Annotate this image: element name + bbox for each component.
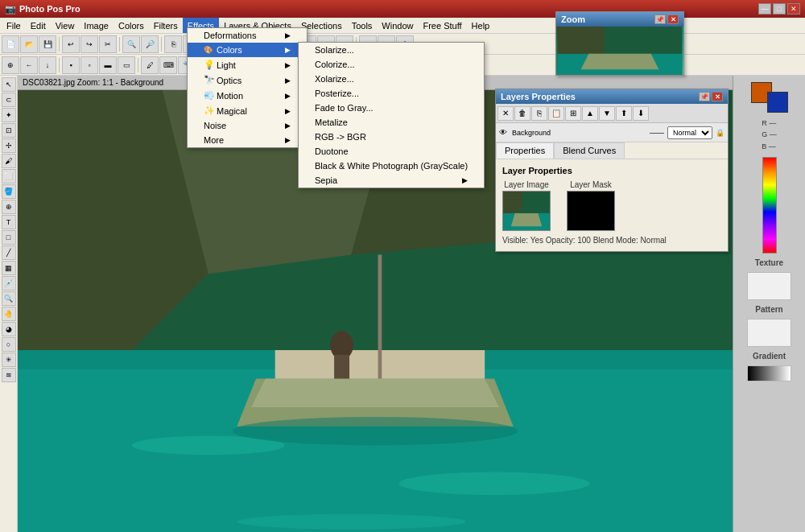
layers-delete[interactable]: 🗑 [514, 106, 530, 121]
zoom-pin[interactable]: 📌 [654, 14, 666, 24]
tool-wand[interactable]: ✦ [2, 108, 16, 122]
colors-xolarize[interactable]: Xolarize... [299, 72, 484, 86]
layers-add[interactable]: ✕ [497, 106, 514, 121]
layers-panel-title: Layers Properties 📌 ✕ [496, 89, 728, 104]
layer-image-thumb[interactable] [502, 191, 551, 231]
colors-sepia[interactable]: Sepia ▶ [299, 173, 484, 188]
layers-paste[interactable]: 📋 [548, 106, 564, 121]
app-icon: 📷 [5, 4, 16, 14]
menu-tools[interactable]: Tools [347, 18, 378, 33]
tool-shape[interactable]: □ [2, 230, 16, 245]
tb-cut[interactable]: ✂ [99, 35, 117, 53]
menu-window[interactable]: Window [377, 18, 418, 33]
pattern-box[interactable] [747, 319, 791, 347]
effects-colors[interactable]: 🎨 Colors ▶ [188, 43, 307, 57]
gradient-box[interactable] [747, 365, 791, 381]
colors-metalize[interactable]: Metalize [299, 115, 484, 130]
colors-bw-photo[interactable]: Black & White Photograph (GrayScale) [299, 159, 484, 173]
tool-crop[interactable]: ⊡ [2, 123, 16, 138]
menu-image[interactable]: Image [79, 18, 114, 33]
tool-lasso[interactable]: ⊂ [2, 93, 16, 107]
layer-mask-col: Layer Mask [567, 180, 615, 231]
tb2-b1[interactable]: ⊕ [2, 56, 19, 74]
tab-blend-curves[interactable]: Blend Curves [554, 142, 625, 159]
menu-freestuff[interactable]: Free Stuff [418, 18, 466, 33]
tb-save[interactable]: 💾 [39, 35, 56, 53]
effects-magical[interactable]: ✨ Magical ▶ [188, 103, 307, 118]
effects-optics[interactable]: 🔭 Optics ▶ [188, 72, 307, 88]
layers-up[interactable]: ▲ [582, 106, 598, 121]
tool-move[interactable]: ✢ [2, 138, 16, 153]
tb2-b8[interactable]: 🖊 [141, 56, 159, 74]
menu-edit[interactable]: Edit [26, 18, 51, 33]
tool-dodge[interactable]: ○ [2, 337, 16, 352]
tool-burn[interactable]: ◕ [2, 322, 16, 336]
tb-new[interactable]: 📄 [2, 35, 19, 53]
menu-file[interactable]: File [2, 18, 26, 33]
layers-bottom[interactable]: ⬇ [633, 106, 649, 121]
tb-undo[interactable]: ↩ [62, 35, 80, 53]
effects-motion[interactable]: 💨 Motion ▶ [188, 88, 307, 103]
layers-copy[interactable]: ⎘ [531, 106, 547, 121]
background-color[interactable] [767, 92, 788, 113]
layer-mask-thumb[interactable] [567, 191, 615, 231]
tool-stamp[interactable]: ⊕ [2, 200, 16, 214]
zoom-close[interactable]: ✕ [667, 14, 679, 24]
tool-select[interactable]: ↖ [2, 77, 16, 92]
tool-line[interactable]: ╱ [2, 245, 16, 260]
layers-merge[interactable]: ⊞ [565, 106, 581, 121]
layers-top[interactable]: ⬆ [616, 106, 632, 121]
colors-colorize[interactable]: Colorize... [299, 57, 484, 72]
tb-copy[interactable]: ⎘ [164, 35, 182, 53]
color-spectrum[interactable] [762, 157, 777, 254]
layers-pin[interactable]: 📌 [699, 92, 710, 101]
colors-solarize[interactable]: Solarize... [299, 43, 484, 57]
tool-text[interactable]: T [2, 215, 16, 229]
texture-box[interactable] [747, 272, 791, 300]
colors-rgb-bgr[interactable]: RGB -> BGR [299, 130, 484, 144]
tb2-b4[interactable]: ▪ [62, 56, 80, 74]
colors-posterize[interactable]: Posterize... [299, 86, 484, 101]
colors-fade-to-gray[interactable]: Fade to Gray... [299, 101, 484, 115]
layer-row-background[interactable]: 👁 Background —— Normal 🔒 [496, 123, 728, 142]
tb2-b5[interactable]: ▫ [80, 56, 98, 74]
tool-gradient[interactable]: ▦ [2, 261, 16, 275]
blend-mode-select[interactable]: Normal [667, 126, 712, 139]
title-bar: 📷 Photo Pos Pro — □ ✕ [0, 0, 805, 18]
tb-zoomin[interactable]: 🔍 [122, 35, 140, 53]
layers-close[interactable]: ✕ [712, 92, 723, 101]
tool-smudge[interactable]: ≋ [2, 368, 16, 382]
tb2-b6[interactable]: ▬ [99, 56, 117, 74]
tool-fill[interactable]: 🪣 [2, 184, 16, 199]
menu-help[interactable]: Help [467, 18, 495, 33]
tool-hand[interactable]: 🤚 [2, 307, 16, 321]
layer-name: Background [512, 129, 551, 137]
tool-eraser[interactable]: ⬜ [2, 169, 16, 184]
tool-sharpen[interactable]: ✳ [2, 353, 16, 367]
effects-noise[interactable]: Noise ▶ [188, 118, 307, 133]
menu-filters[interactable]: Filters [149, 18, 183, 33]
minimize-button[interactable]: — [758, 3, 771, 14]
tab-properties[interactable]: Properties [496, 142, 554, 159]
close-button[interactable]: ✕ [787, 3, 800, 14]
maximize-button[interactable]: □ [773, 3, 786, 14]
tb2-b7[interactable]: ▭ [118, 56, 135, 74]
tool-eyedrop[interactable]: 💉 [2, 276, 16, 291]
effects-light[interactable]: 💡 Light ▶ [188, 57, 307, 72]
tb-zoomout[interactable]: 🔎 [141, 35, 159, 53]
tb2-b3[interactable]: ↓ [39, 56, 56, 74]
effects-deformations[interactable]: Deformations ▶ [188, 28, 307, 43]
color-swatches[interactable] [751, 82, 788, 113]
tb-open[interactable]: 📂 [20, 35, 38, 53]
tb-redo[interactable]: ↪ [80, 35, 98, 53]
menu-view[interactable]: View [51, 18, 80, 33]
tb2-b2[interactable]: ← [20, 56, 38, 74]
noise-arrow: ▶ [285, 122, 291, 130]
menu-colors[interactable]: Colors [114, 18, 149, 33]
tool-brush[interactable]: 🖌 [2, 154, 16, 168]
layers-down[interactable]: ▼ [599, 106, 615, 121]
tool-zoom[interactable]: 🔍 [2, 291, 16, 306]
colors-duotone[interactable]: Duotone [299, 144, 484, 159]
effects-more[interactable]: More ▶ [188, 133, 307, 147]
tb2-b9[interactable]: ⌨ [159, 56, 177, 74]
